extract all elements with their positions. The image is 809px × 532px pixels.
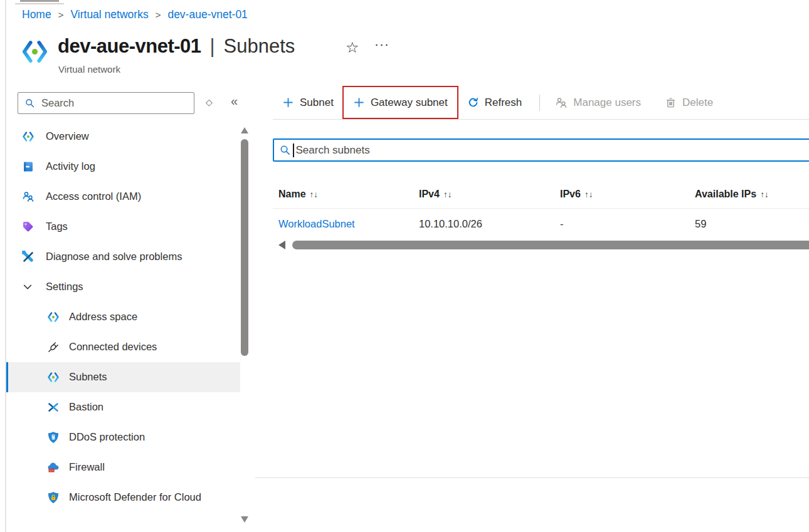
sidebar-item-label: Tags <box>46 219 68 234</box>
column-header-ipv4[interactable]: IPv4↑↓ <box>413 189 554 200</box>
vnet-icon <box>47 371 60 383</box>
sidebar-item-diagnose-and-solve-problems[interactable]: Diagnose and solve problems <box>6 242 240 272</box>
vnet-icon <box>47 311 60 323</box>
sort-arrows-icon: ↑↓ <box>443 190 452 199</box>
sidebar-item-tags[interactable]: Tags <box>6 212 240 242</box>
sidebar-item-address-space[interactable]: Address space <box>6 302 240 332</box>
delete-button: Delete <box>657 86 721 119</box>
subnets-table-header: Name↑↓IPv4↑↓IPv6↑↓Available IPs↑↓ <box>273 180 809 209</box>
search-subnets-input[interactable] <box>295 143 809 157</box>
clipped-top-element <box>15 0 64 5</box>
firewall-icon <box>47 461 60 474</box>
sidebar-item-label: Activity log <box>46 159 95 174</box>
plug-icon <box>47 341 60 353</box>
breadcrumb-separator-icon: > <box>156 9 161 20</box>
sort-arrows-icon: ↑↓ <box>310 190 319 199</box>
sidebar-item-activity-log[interactable]: Activity log <box>6 152 240 182</box>
tools-icon <box>22 251 34 263</box>
resource-type-subtitle: Virtual network <box>58 64 120 75</box>
sidebar-item-connected-devices[interactable]: Connected devices <box>6 332 240 362</box>
breadcrumb: Home > Virtual networks > dev-aue-vnet-0… <box>22 8 248 21</box>
text-caret <box>293 143 294 157</box>
breadcrumb-vnet-link[interactable]: dev-aue-vnet-01 <box>167 8 247 21</box>
sidebar-item-label: Settings <box>46 279 83 295</box>
sidebar-item-label: Diagnose and solve problems <box>46 249 182 264</box>
subnet-ipv6: - <box>554 218 689 230</box>
sort-arrows-icon: ↑↓ <box>760 190 769 199</box>
more-options-icon[interactable]: ··· <box>374 36 389 51</box>
chevron-down-icon <box>22 281 34 293</box>
sidebar-scrollbar-thumb[interactable] <box>241 139 248 356</box>
subnet-available-ips: 59 <box>689 218 809 230</box>
subnet-ipv4: 10.10.10.0/26 <box>413 218 554 230</box>
blade-name: Subnets <box>224 35 295 58</box>
sidebar-item-label: Bastion <box>69 400 103 415</box>
sidebar-item-bastion[interactable]: Bastion <box>6 392 240 422</box>
sidebar-search-box <box>18 92 194 114</box>
sidebar-item-label: Overview <box>46 129 89 144</box>
sidebar-item-settings[interactable]: Settings <box>6 272 240 302</box>
sidebar-item-label: Connected devices <box>69 340 157 355</box>
search-icon <box>279 144 291 156</box>
sidebar-item-ddos-protection[interactable]: DDoS protection <box>6 422 240 452</box>
sidebar-scroll-up-arrow-icon[interactable] <box>241 127 248 133</box>
command-bar: Subnet Gateway subnet Refresh <box>273 86 809 120</box>
trash-icon <box>665 96 677 108</box>
breadcrumb-virtual-networks-link[interactable]: Virtual networks <box>70 8 148 21</box>
sidebar-item-access-control-iam[interactable]: Access control (IAM) <box>6 182 240 212</box>
search-icon <box>24 98 35 108</box>
sidebar-item-label: Firewall <box>69 460 105 475</box>
vnet-icon <box>22 130 34 143</box>
sidebar-item-label: Address space <box>69 310 137 325</box>
collapse-sidebar-icon[interactable]: « <box>231 94 238 108</box>
breadcrumb-separator-icon: > <box>58 9 64 20</box>
sidebar-item-label: Microsoft Defender for Cloud <box>69 490 201 505</box>
annotation-box-gateway-subnet: Gateway subnet <box>342 86 458 119</box>
tag-icon <box>22 221 34 233</box>
resource-name: dev-aue-vnet-01 <box>58 35 201 58</box>
column-header-ipv6[interactable]: IPv6↑↓ <box>554 189 689 200</box>
sidebar-item-overview[interactable]: Overview <box>6 122 240 152</box>
sort-arrows-icon: ↑↓ <box>584 190 593 199</box>
add-gateway-subnet-button[interactable]: Gateway subnet <box>346 87 455 118</box>
plus-icon <box>282 96 294 108</box>
search-subnets-box <box>273 138 809 162</box>
table-row: WorkloadSubnet10.10.10.0/26-59 <box>273 209 809 239</box>
sidebar-item-firewall[interactable]: Firewall <box>6 452 240 482</box>
subnet-name-link[interactable]: WorkloadSubnet <box>278 218 355 229</box>
diamond-toggle-icon[interactable]: ◇ <box>206 97 213 107</box>
sidebar-item-microsoft-defender-for-cloud[interactable]: Microsoft Defender for Cloud <box>6 482 240 513</box>
azure-portal-subnets-blade: Home > Virtual networks > dev-aue-vnet-0… <box>0 0 809 532</box>
sidebar-item-label: Subnets <box>69 370 107 385</box>
activity-log-icon <box>22 160 34 173</box>
virtual-network-icon <box>21 38 49 66</box>
sidebar-item-label: Access control (IAM) <box>46 189 141 204</box>
bastion-icon <box>47 401 60 414</box>
column-header-name[interactable]: Name↑↓ <box>273 189 413 200</box>
add-subnet-button[interactable]: Subnet <box>275 86 341 119</box>
column-header-available-ips[interactable]: Available IPs↑↓ <box>689 189 809 200</box>
shield-server-icon <box>47 431 60 444</box>
manage-users-button: Manage users <box>547 86 648 119</box>
people-blue-icon <box>22 190 34 203</box>
sidebar-item-subnets[interactable]: Subnets <box>6 362 240 392</box>
hscroll-left-arrow-icon[interactable] <box>278 241 285 249</box>
refresh-icon <box>467 96 479 108</box>
sidebar-nav: OverviewActivity logAccess control (IAM)… <box>6 122 240 513</box>
shield-lock-icon <box>47 491 60 504</box>
refresh-button[interactable]: Refresh <box>460 86 530 119</box>
toolbar-divider <box>539 95 540 111</box>
favorite-star-icon[interactable]: ☆ <box>346 39 359 56</box>
sidebar-item-label: DDoS protection <box>69 430 145 445</box>
plus-icon <box>353 96 365 108</box>
page-title: dev-aue-vnet-01 | Subnets <box>58 35 295 58</box>
breadcrumb-home-link[interactable]: Home <box>22 8 51 21</box>
title-separator: | <box>210 35 215 58</box>
hscroll-thumb[interactable] <box>292 241 809 249</box>
content-bottom-divider <box>255 477 809 478</box>
sidebar-search-input[interactable] <box>40 96 168 110</box>
people-icon <box>555 96 568 109</box>
sidebar-scroll-down-arrow-icon[interactable] <box>241 516 248 523</box>
